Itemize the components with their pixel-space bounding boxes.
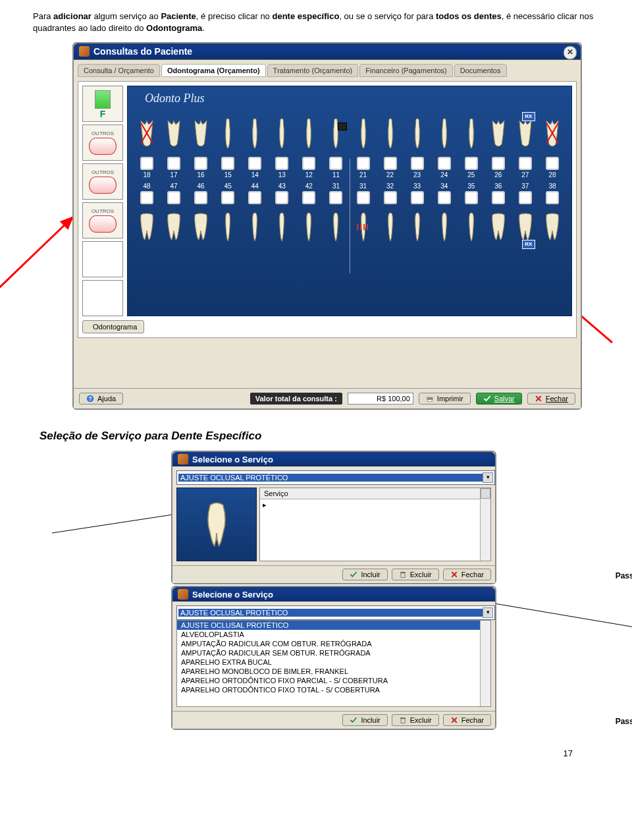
occlusal-15[interactable]: 15	[218, 157, 238, 179]
tooth-28[interactable]	[542, 108, 562, 154]
service-option[interactable]: ALVEOLOPLASTIA	[177, 630, 490, 639]
tool-outros-1[interactable]: OUTROS	[82, 125, 123, 161]
tooth-17[interactable]	[164, 108, 184, 154]
tooth-25[interactable]	[461, 108, 481, 154]
service-option[interactable]: APARELHO EXTRA BUCAL	[177, 658, 490, 667]
tooth-14[interactable]	[245, 108, 265, 154]
tool-fluor[interactable]: F	[82, 86, 123, 122]
occlusal-11[interactable]: 11	[326, 157, 346, 179]
occlusal-18[interactable]: 18	[137, 157, 157, 179]
tooth-16[interactable]	[191, 108, 211, 154]
tool-blank-1[interactable]	[82, 241, 123, 277]
tooth-22[interactable]	[381, 108, 400, 154]
incluir-button[interactable]: Incluir	[342, 714, 387, 726]
tooth-27[interactable]: RX	[515, 108, 535, 154]
tab-documentos[interactable]: Documentos	[454, 64, 507, 77]
tooth-35[interactable]	[461, 207, 481, 253]
occlusal-26[interactable]: 26	[488, 157, 508, 179]
occlusal-32[interactable]: 32	[381, 181, 400, 204]
occlusal-34[interactable]: 34	[434, 181, 454, 204]
service-select[interactable]: AJUSTE OCLUSAL PROTÉTICO ▾	[176, 470, 495, 485]
tooth-38[interactable]	[542, 207, 562, 253]
tooth-33[interactable]	[408, 207, 427, 253]
occlusal-17[interactable]: 17	[164, 157, 184, 179]
total-value-input[interactable]	[348, 393, 413, 405]
tooth-26[interactable]	[488, 108, 508, 154]
service-option[interactable]: APARELHO ORTODÔNTICO FIXO PARCIAL - S/ C…	[177, 676, 490, 685]
occlusal-23[interactable]: 23	[408, 157, 427, 179]
occlusal-14[interactable]: 14	[245, 157, 265, 179]
tooth-12[interactable]	[299, 108, 319, 154]
tooth-48[interactable]	[137, 207, 157, 253]
fechar-button[interactable]: Fechar	[443, 714, 491, 726]
tab-odontograma[interactable]: Odontograma (Orçamento)	[161, 64, 266, 77]
occlusal-43[interactable]: 43	[272, 181, 292, 204]
close-icon[interactable]: ✕	[564, 46, 577, 59]
ajuda-button[interactable]: ?Ajuda	[79, 393, 123, 405]
service-dropdown-list[interactable]: AJUSTE OCLUSAL PROTÉTICOALVEOLOPLASTIAAM…	[176, 620, 491, 707]
occlusal-45[interactable]: 45	[218, 181, 238, 204]
incluir-button[interactable]: Incluir	[342, 569, 387, 580]
occlusal-36[interactable]: 36	[488, 181, 508, 204]
list-scrollbar[interactable]	[480, 621, 490, 706]
occlusal-22[interactable]: 22	[381, 157, 400, 179]
occlusal-38[interactable]: 38	[542, 181, 562, 204]
tab-tratamento[interactable]: Tratamento (Orçamento)	[267, 64, 359, 77]
service-option[interactable]: AMPUTAÇÃO RADICULAR SEM OBTUR. RETRÓGRAD…	[177, 648, 490, 658]
excluir-button[interactable]: Excluir	[392, 714, 439, 726]
excluir-button[interactable]: Excluir	[392, 569, 439, 580]
tooth-43[interactable]	[272, 207, 292, 253]
occlusal-12[interactable]: 12	[299, 157, 319, 179]
service-grid[interactable]: Serviço ▸	[259, 488, 491, 561]
tooth-47[interactable]	[164, 207, 184, 253]
occlusal-42[interactable]: 42	[299, 181, 319, 204]
occlusal-44[interactable]: 44	[245, 181, 265, 204]
fechar-button[interactable]: Fechar	[527, 393, 575, 405]
occlusal-28[interactable]: 28	[542, 157, 562, 179]
tooth-23[interactable]	[408, 108, 427, 154]
service-option[interactable]: APARELHO MONOBLOCO DE BIMLER, FRANKEL	[177, 667, 490, 676]
tool-blank-2[interactable]	[82, 280, 123, 316]
tooth-31[interactable]	[354, 207, 373, 253]
tooth-21[interactable]	[354, 108, 373, 154]
service-option[interactable]: AMPUTAÇÃO RADICULAR COM OBTUR. RETRÓGRAD…	[177, 639, 490, 648]
tooth-24[interactable]	[434, 108, 454, 154]
tooth-34[interactable]	[434, 207, 454, 253]
tooth-42[interactable]	[299, 207, 319, 253]
occlusal-48[interactable]: 48	[137, 181, 157, 204]
service-select-open[interactable]: AJUSTE OCLUSAL PROTÉTICO ▾	[176, 605, 495, 620]
imprimir-button[interactable]: Imprimir	[419, 393, 471, 405]
tooth-36[interactable]	[488, 207, 508, 253]
occlusal-35[interactable]: 35	[461, 181, 481, 204]
tooth-13[interactable]	[272, 108, 292, 154]
occlusal-37[interactable]: 37	[515, 181, 535, 204]
tooth-44[interactable]	[245, 207, 265, 253]
grid-scrollbar[interactable]	[480, 488, 490, 561]
chevron-down-icon[interactable]: ▾	[483, 607, 493, 618]
tooth-15[interactable]	[218, 108, 238, 154]
odontograma-print-button[interactable]: Odontograma	[82, 320, 144, 333]
tool-outros-2[interactable]: OUTROS	[82, 163, 123, 200]
tooth-46[interactable]	[191, 207, 211, 253]
occlusal-13[interactable]: 13	[272, 157, 292, 179]
salvar-button[interactable]: Salvar	[476, 393, 522, 405]
tooth-11[interactable]	[326, 108, 346, 154]
occlusal-47[interactable]: 47	[164, 181, 184, 204]
tooth-45[interactable]	[218, 207, 238, 253]
occlusal-27[interactable]: 27	[515, 157, 535, 179]
tooth-37[interactable]: RX	[515, 207, 535, 253]
tooth-32[interactable]	[381, 207, 400, 253]
occlusal-24[interactable]: 24	[434, 157, 454, 179]
occlusal-25[interactable]: 25	[461, 157, 481, 179]
tab-consulta[interactable]: Consulta / Orçamento	[78, 64, 160, 77]
tab-financeiro[interactable]: Financeiro (Pagamentos)	[359, 64, 453, 77]
service-option[interactable]: AJUSTE OCLUSAL PROTÉTICO	[177, 621, 490, 630]
occlusal-16[interactable]: 16	[191, 157, 211, 179]
tooth-31[interactable]	[326, 207, 346, 253]
occlusal-46[interactable]: 46	[191, 181, 211, 204]
tool-outros-3[interactable]: OUTROS	[82, 202, 123, 238]
chevron-down-icon[interactable]: ▾	[483, 472, 493, 483]
occlusal-31[interactable]: 31	[354, 181, 373, 204]
occlusal-33[interactable]: 33	[408, 181, 427, 204]
fechar-button[interactable]: Fechar	[443, 569, 491, 580]
